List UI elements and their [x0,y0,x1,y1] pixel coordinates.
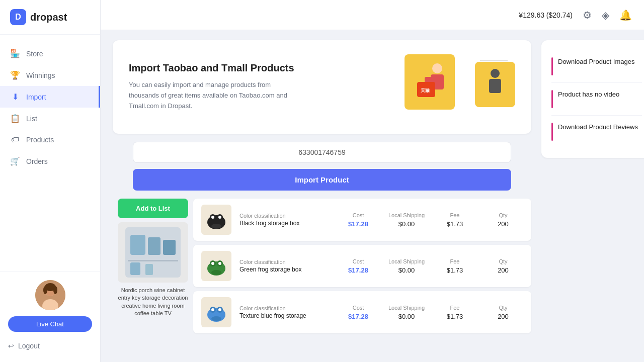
cost-label-1: Cost [353,258,364,264]
fee-label-1: Fee [450,258,460,264]
shipping-value-1: $0.00 [398,266,415,274]
variant-cost-col-2: Cost $17.28 [338,305,378,320]
option-download-images[interactable]: Download Product Images [551,50,642,83]
variants-table: Color classification Black frog storage … [193,199,531,337]
option-label-0: Download Product Images [558,57,634,66]
svg-point-6 [53,286,57,294]
qty-value-0: 200 [498,220,509,228]
svg-rect-21 [128,260,178,261]
option-bar [551,123,553,141]
import-banner: Import Taobao and Tmall Products You can… [113,40,531,134]
cost-value-1: $17.28 [348,266,368,274]
fee-label-2: Fee [450,305,460,311]
fee-value-0: $1.73 [447,220,463,228]
banner-title: Import Taobao and Tmall Products [129,62,300,74]
svg-rect-19 [148,237,160,255]
variant-name-2: Texture blue frog storage [239,312,330,319]
sidebar-item-list[interactable]: 📋 List [0,108,100,129]
option-download-reviews[interactable]: Download Product Reviews [551,116,642,148]
variant-qty-col-2: Qty 200 [483,305,523,320]
product-thumb-section: Add to List [113,199,193,337]
app-name: dropast [30,12,67,23]
settings-icon[interactable]: ⚙ [583,9,592,21]
qty-label-0: Qty [499,212,507,218]
cost-value-0: $17.28 [348,220,368,228]
qty-value-1: 200 [498,266,509,274]
logout-item[interactable]: ↩ Logout [8,338,92,354]
sidebar-bottom: Live Chat ↩ Logout [0,272,100,362]
variant-image-0 [201,205,231,235]
variant-shipping-col-0: Local Shipping $0.00 [386,212,427,228]
fee-label-0: Fee [450,212,460,218]
list-icon: 📋 [10,114,20,123]
fee-value-2: $1.73 [447,313,463,320]
sidebar-item-products[interactable]: 🏷 Products [0,129,100,150]
banner-description: You can easily import and manage product… [129,80,300,111]
options-card: Download Product Images Product has no v… [541,40,644,158]
search-area: Import Product [113,142,531,191]
product-list-area: Add to List [113,199,531,337]
logo-area: D dropast [0,0,100,35]
variant-cost-col-0: Cost $17.28 [338,212,378,228]
svg-point-29 [211,224,221,229]
sidebar-item-winnings[interactable]: 🏆 Winnings [0,64,100,86]
main-area: ¥129.63 ($20.74) ⚙ ◈ 🔔 Import Taobao and… [101,0,644,362]
shipping-label-2: Local Shipping [388,305,425,311]
nav-menu: 🏪 Store 🏆 Winnings ⬇ Import 📋 List 🏷 Pro… [0,35,100,272]
box-icon[interactable]: ◈ [602,9,609,21]
cost-value-2: $17.28 [348,313,368,320]
variant-info-2: Color classification Texture blue frog s… [239,305,330,319]
sidebar-item-import[interactable]: ⬇ Import [0,86,100,108]
variant-fee-col-1: Fee $1.73 [435,258,475,274]
svg-text:天猫: 天猫 [420,88,430,93]
svg-point-27 [211,216,214,219]
bell-icon[interactable]: 🔔 [619,9,632,21]
shipping-label-1: Local Shipping [388,258,425,264]
variant-label-0: Color classification [239,213,330,219]
svg-point-10 [432,63,442,73]
import-product-button[interactable]: Import Product [133,169,511,191]
live-chat-button[interactable]: Live Chat [8,316,92,332]
sidebar-label-orders: Orders [26,157,48,165]
variant-label-2: Color classification [239,305,330,311]
variant-image-1 [201,251,231,281]
banner-text: Import Taobao and Tmall Products You can… [129,62,300,111]
sidebar-item-store[interactable]: 🏪 Store [0,43,100,64]
sidebar-item-orders[interactable]: 🛒 Orders [0,150,100,172]
variant-info-1: Color classification Green frog storage … [239,259,330,273]
variant-info-0: Color classification Black frog storage … [239,213,330,227]
svg-point-35 [211,270,221,275]
illus-card-secondary [475,62,515,107]
variant-qty-col-1: Qty 200 [483,258,523,274]
fee-value-1: $1.73 [447,266,463,274]
cost-label-2: Cost [353,305,364,311]
table-row: Color classification Black frog storage … [193,199,531,241]
option-bar [551,57,553,75]
option-label-2: Download Product Reviews [558,123,638,132]
svg-point-33 [211,262,214,265]
option-no-video[interactable]: Product has no video [551,83,642,116]
variant-shipping-col-1: Local Shipping $0.00 [386,258,427,274]
product-id-input[interactable] [133,142,511,163]
balance-display: ¥129.63 ($20.74) [519,11,573,19]
svg-rect-16 [489,79,501,93]
shipping-value-2: $0.00 [398,313,415,320]
banner-illustration: 天猫 [394,54,515,120]
store-icon: 🏪 [10,49,20,58]
import-icon: ⬇ [10,92,20,102]
svg-point-15 [491,69,500,78]
qty-value-2: 200 [498,313,509,320]
option-bar [551,90,553,108]
add-to-list-button[interactable]: Add to List [118,199,188,218]
sidebar-label-store: Store [26,50,43,58]
svg-rect-23 [145,264,153,275]
right-sidebar: Download Product Images Product has no v… [541,40,644,352]
variant-shipping-col-2: Local Shipping $0.00 [386,305,427,320]
svg-point-40 [218,308,221,311]
header: ¥129.63 ($20.74) ⚙ ◈ 🔔 [101,0,644,30]
variant-fee-col-2: Fee $1.73 [435,305,475,320]
variant-fee-col-0: Fee $1.73 [435,212,475,228]
content-area: Import Taobao and Tmall Products You can… [101,30,644,362]
left-panel: Import Taobao and Tmall Products You can… [113,40,531,352]
shipping-label-0: Local Shipping [388,212,425,218]
